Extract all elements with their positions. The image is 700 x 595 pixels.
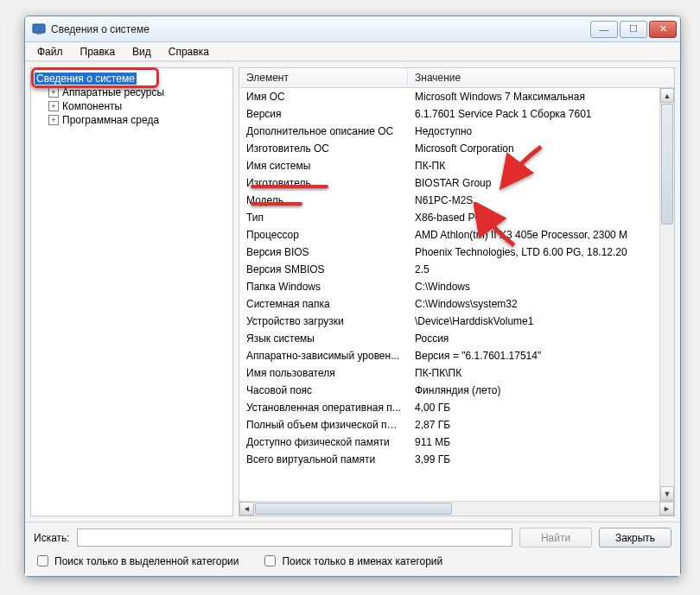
tree-item-label: Программная среда bbox=[62, 114, 159, 126]
cell-value: C:\Windows bbox=[408, 279, 659, 294]
table-row[interactable]: Установленная оперативная п...4,00 ГБ bbox=[239, 399, 659, 416]
cell-value: N61PC-M2S bbox=[408, 193, 659, 208]
close-button[interactable]: ✕ bbox=[649, 21, 677, 38]
table-row[interactable]: Изготовитель ОСMicrosoft Corporation bbox=[239, 140, 659, 157]
cell-element: Тип bbox=[239, 210, 408, 225]
horizontal-scrollbar[interactable]: ◄ ► bbox=[239, 501, 674, 516]
cell-element: Аппаратно-зависимый уровен... bbox=[239, 348, 408, 364]
cell-value: ПК-ПК\ПК bbox=[408, 365, 659, 381]
table-row[interactable]: Аппаратно-зависимый уровен...Версия = "6… bbox=[239, 347, 659, 364]
tree-item-label: Компоненты bbox=[62, 100, 122, 112]
table-row[interactable]: Язык системыРоссия bbox=[239, 330, 659, 347]
cell-element: Версия bbox=[239, 106, 408, 122]
cell-element: Системная папка bbox=[239, 296, 408, 312]
cell-element: Язык системы bbox=[239, 331, 408, 346]
expander-icon[interactable]: + bbox=[48, 87, 59, 98]
details-rows[interactable]: Имя ОСMicrosoft Windows 7 МаксимальнаяВе… bbox=[239, 88, 659, 501]
table-row[interactable]: Системная папкаC:\Windows\system32 bbox=[239, 295, 659, 313]
cell-value: Версия = "6.1.7601.17514" bbox=[408, 348, 659, 364]
menubar: Файл Правка Вид Справка bbox=[25, 42, 680, 61]
check-names-only[interactable]: Поиск только в именах категорий bbox=[261, 553, 442, 569]
checkbox-label: Поиск только в выделенной категории bbox=[54, 555, 239, 567]
table-row[interactable]: МодельN61PC-M2S bbox=[239, 192, 659, 209]
column-header-value[interactable]: Значение bbox=[408, 68, 674, 87]
table-row[interactable]: Имя ОСMicrosoft Windows 7 Максимальная bbox=[239, 88, 659, 105]
find-button[interactable]: Найти bbox=[519, 528, 592, 548]
cell-element: Установленная оперативная п... bbox=[239, 400, 408, 415]
scroll-thumb[interactable] bbox=[255, 503, 452, 515]
tree-item-components[interactable]: + Компоненты bbox=[33, 99, 231, 113]
scroll-right-icon[interactable]: ► bbox=[659, 502, 674, 516]
table-row[interactable]: ИзготовительBIOSTAR Group bbox=[239, 174, 659, 192]
cell-value: X86-based PC bbox=[408, 210, 659, 225]
content-area: Сведения о системе + Аппаратные ресурсы … bbox=[25, 62, 680, 522]
table-row[interactable]: Имя пользователяПК-ПК\ПК bbox=[239, 364, 659, 382]
checkbox-selected-category[interactable] bbox=[37, 555, 48, 567]
scroll-left-icon[interactable]: ◄ bbox=[239, 502, 254, 516]
tree-item-system-summary[interactable]: Сведения о системе bbox=[33, 72, 231, 85]
table-row[interactable]: Устройство загрузки\Device\HarddiskVolum… bbox=[239, 313, 659, 330]
tree-item-hardware-resources[interactable]: + Аппаратные ресурсы bbox=[33, 85, 231, 99]
find-label: Искать: bbox=[34, 532, 70, 544]
cell-value: 6.1.7601 Service Pack 1 Сборка 7601 bbox=[408, 106, 659, 122]
find-bar: Искать: Найти Закрыть Поиск только в выд… bbox=[25, 522, 680, 576]
app-icon bbox=[32, 22, 46, 36]
svg-rect-1 bbox=[36, 33, 41, 35]
find-input[interactable] bbox=[77, 529, 512, 547]
cell-element: Процессор bbox=[239, 227, 408, 243]
vertical-scrollbar[interactable]: ▲ ▼ bbox=[659, 88, 674, 501]
cell-value: 2.5 bbox=[408, 262, 659, 277]
table-row[interactable]: Всего виртуальной памяти3,99 ГБ bbox=[239, 451, 659, 468]
table-row[interactable]: Имя системыПК-ПК bbox=[239, 157, 659, 174]
scroll-thumb[interactable] bbox=[661, 104, 673, 225]
table-row[interactable]: Версия BIOSPhoenix Technologies, LTD 6.0… bbox=[239, 244, 659, 261]
table-row[interactable]: Доступно физической памяти911 МБ bbox=[239, 434, 659, 451]
table-row[interactable]: Дополнительное описание ОСНедоступно bbox=[239, 123, 659, 140]
titlebar[interactable]: Сведения о системе — ☐ ✕ bbox=[25, 16, 680, 42]
cell-value: Финляндия (лето) bbox=[408, 383, 659, 398]
checkbox-label: Поиск только в именах категорий bbox=[282, 555, 442, 567]
maximize-button[interactable]: ☐ bbox=[620, 21, 647, 38]
table-row[interactable]: Папка WindowsC:\Windows bbox=[239, 278, 659, 295]
menu-view[interactable]: Вид bbox=[124, 44, 160, 60]
close-find-button[interactable]: Закрыть bbox=[599, 528, 671, 548]
scroll-track[interactable] bbox=[660, 225, 674, 486]
details-pane: Элемент Значение Имя ОСMicrosoft Windows… bbox=[239, 67, 675, 516]
cell-value: Phoenix Technologies, LTD 6.00 PG, 18.12… bbox=[408, 244, 659, 260]
details-header[interactable]: Элемент Значение bbox=[239, 68, 674, 88]
menu-help[interactable]: Справка bbox=[160, 44, 218, 60]
expander-icon[interactable]: + bbox=[48, 101, 59, 111]
table-row[interactable]: ТипX86-based PC bbox=[239, 209, 659, 226]
table-row[interactable]: Версия6.1.7601 Service Pack 1 Сборка 760… bbox=[239, 105, 659, 123]
tree-item-label: Аппаратные ресурсы bbox=[62, 86, 164, 98]
cell-value: Microsoft Corporation bbox=[408, 141, 659, 156]
scroll-up-icon[interactable]: ▲ bbox=[660, 88, 674, 103]
window-title: Сведения о системе bbox=[51, 23, 589, 35]
cell-element: Изготовитель bbox=[239, 175, 408, 191]
minimize-button[interactable]: — bbox=[590, 21, 618, 38]
cell-value: Россия bbox=[408, 331, 659, 346]
svg-rect-0 bbox=[33, 24, 45, 33]
table-row[interactable]: ПроцессорAMD Athlon(tm) II X3 405e Proce… bbox=[239, 226, 659, 244]
cell-element: Полный объем физической па... bbox=[239, 417, 408, 433]
system-information-window: Сведения о системе — ☐ ✕ Файл Правка Вид… bbox=[24, 16, 681, 577]
checkbox-names-only[interactable] bbox=[264, 555, 276, 567]
cell-value: BIOSTAR Group bbox=[408, 175, 659, 191]
cell-element: Модель bbox=[239, 193, 408, 208]
cell-element: Всего виртуальной памяти bbox=[239, 452, 408, 467]
table-row[interactable]: Версия SMBIOS2.5 bbox=[239, 261, 659, 278]
menu-file[interactable]: Файл bbox=[29, 44, 72, 60]
table-row[interactable]: Полный объем физической па...2,87 ГБ bbox=[239, 416, 659, 434]
check-selected-category[interactable]: Поиск только в выделенной категории bbox=[34, 553, 239, 569]
details-body: Имя ОСMicrosoft Windows 7 МаксимальнаяВе… bbox=[239, 88, 674, 501]
table-row[interactable]: Часовой поясФинляндия (лето) bbox=[239, 382, 659, 399]
expander-icon[interactable]: + bbox=[48, 115, 59, 125]
menu-edit[interactable]: Правка bbox=[72, 44, 124, 60]
tree-item-software-environment[interactable]: + Программная среда bbox=[33, 113, 231, 127]
cell-element: Имя системы bbox=[239, 158, 408, 174]
scroll-down-icon[interactable]: ▼ bbox=[660, 486, 674, 501]
tree-pane[interactable]: Сведения о системе + Аппаратные ресурсы … bbox=[30, 67, 233, 516]
scroll-track[interactable] bbox=[254, 502, 659, 516]
cell-element: Часовой пояс bbox=[239, 383, 408, 398]
column-header-element[interactable]: Элемент bbox=[239, 68, 408, 87]
